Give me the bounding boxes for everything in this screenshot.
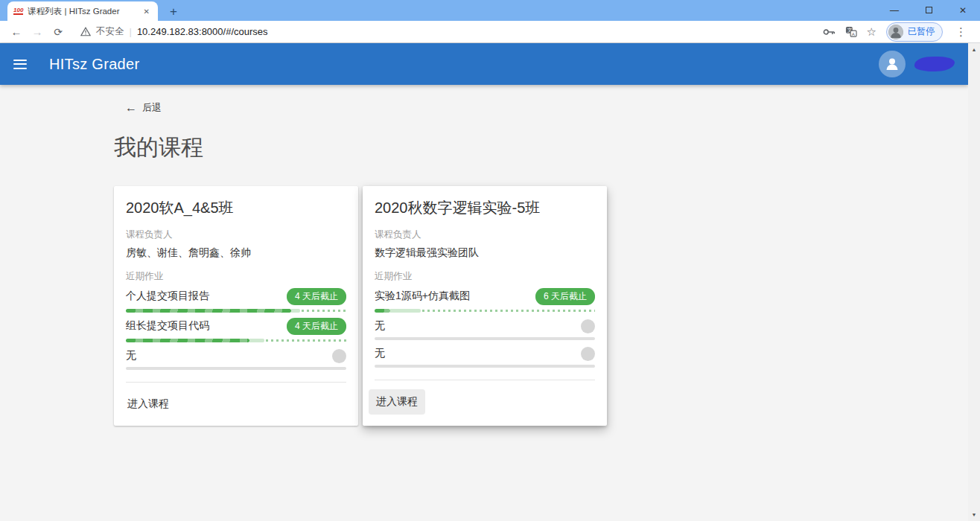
empty-progress-circle-icon xyxy=(581,347,595,361)
address-bar[interactable]: 不安全 | 10.249.182.83:8000/#/courses xyxy=(80,25,823,38)
assignment-name: 无 xyxy=(375,319,385,333)
empty-progress-bar xyxy=(375,365,595,368)
assignment-row-empty: 无 xyxy=(375,316,595,336)
favicon-100-icon: 100 xyxy=(13,7,23,15)
assignment-name: 组长提交项目代码 xyxy=(126,319,209,333)
assignment-progress-bar xyxy=(126,309,346,313)
owner-names: 数字逻辑最强实验团队 xyxy=(375,246,595,260)
username-redaction-scribble xyxy=(914,56,955,72)
assignment-progress-bar xyxy=(375,309,595,313)
course-title: 2020软A_4&5班 xyxy=(126,198,346,218)
owner-label: 课程负责人 xyxy=(126,228,346,241)
enter-course-button[interactable]: 进入课程 xyxy=(120,391,176,417)
back-link[interactable]: ← 后退 xyxy=(125,101,162,115)
window-maximize-button[interactable] xyxy=(911,0,946,20)
recent-assignments-label: 近期作业 xyxy=(375,270,595,283)
security-label: 不安全 xyxy=(96,25,124,38)
window-minimize-button[interactable]: — xyxy=(877,0,911,20)
browser-menu-icon[interactable]: ⋮ xyxy=(952,25,970,39)
browser-tab-strip: 100 课程列表 | HITsz Grader ✕ + — ✕ xyxy=(0,0,980,21)
forward-button[interactable]: → xyxy=(27,26,48,37)
empty-progress-bar xyxy=(375,337,595,340)
recent-assignments-label: 近期作业 xyxy=(126,270,346,283)
assignment-list: 实验1源码+仿真截图 6 天后截止 无 无 xyxy=(375,287,595,368)
scroll-up-arrow[interactable]: ▲ xyxy=(972,43,977,56)
back-arrow-icon: ← xyxy=(125,102,137,114)
assignment-row: 实验1源码+仿真截图 6 天后截止 xyxy=(375,287,595,306)
course-card: 2020软A_4&5班 课程负责人 房敏、谢佳、詹明鑫、徐帅 近期作业 个人提交… xyxy=(114,186,358,426)
maximize-icon xyxy=(926,7,932,13)
assignment-name: 个人提交项目报告 xyxy=(126,290,209,303)
course-title: 2020秋数字逻辑实验-5班 xyxy=(375,198,595,218)
omnibox-separator: | xyxy=(130,26,132,37)
profile-paused-button[interactable]: 已暂停 xyxy=(886,22,943,42)
course-card: 2020秋数字逻辑实验-5班 课程负责人 数字逻辑最强实验团队 近期作业 实验1… xyxy=(363,186,607,426)
back-label: 后退 xyxy=(142,101,162,115)
translate-icon[interactable]: 文A xyxy=(845,26,857,37)
owner-label: 课程负责人 xyxy=(375,228,595,241)
bookmark-star-icon[interactable]: ☆ xyxy=(867,25,876,39)
deadline-badge: 4 天后截止 xyxy=(287,288,346,305)
scroll-down-arrow[interactable]: ▼ xyxy=(972,508,977,521)
account-avatar-icon[interactable] xyxy=(879,51,906,77)
password-key-icon[interactable] xyxy=(823,28,836,36)
courses-page: ← 后退 我的课程 2020软A_4&5班 课程负责人 房敏、谢佳、詹明鑫、徐帅… xyxy=(0,85,968,426)
app-header: HITsz Grader xyxy=(0,43,968,85)
tab-close-icon[interactable]: ✕ xyxy=(141,7,152,16)
profile-avatar xyxy=(888,25,903,39)
assignment-row: 个人提交项目报告 4 天后截止 xyxy=(126,287,346,306)
new-tab-button[interactable]: + xyxy=(170,5,177,18)
window-controls: — ✕ xyxy=(877,0,980,20)
tab-title: 课程列表 | HITsz Grader xyxy=(28,6,136,17)
reload-button[interactable]: ⟳ xyxy=(48,27,69,37)
assignment-progress-bar xyxy=(126,339,346,342)
url-text: 10.249.182.83:8000/#/courses xyxy=(137,26,268,37)
empty-progress-circle-icon xyxy=(332,349,346,363)
app-title: HITsz Grader xyxy=(49,56,139,73)
assignment-row-empty: 无 xyxy=(375,344,595,363)
card-actions: 进入课程 xyxy=(114,383,358,426)
assignment-name: 无 xyxy=(126,349,136,362)
browser-tab[interactable]: 100 课程列表 | HITsz Grader ✕ xyxy=(7,1,158,21)
owner-names: 房敏、谢佳、詹明鑫、徐帅 xyxy=(126,246,346,260)
back-button[interactable]: ← xyxy=(6,26,27,37)
web-content: HITsz Grader ← 后退 我的课程 2020软A_4&5班 课程负责人… xyxy=(0,43,980,521)
empty-progress-circle-icon xyxy=(581,319,595,333)
assignment-row: 组长提交项目代码 4 天后截止 xyxy=(126,316,346,336)
app-header-right xyxy=(879,51,955,77)
enter-course-button[interactable]: 进入课程 xyxy=(369,389,425,415)
profile-paused-label: 已暂停 xyxy=(908,25,935,38)
deadline-badge: 6 天后截止 xyxy=(535,288,595,305)
window-close-button[interactable]: ✕ xyxy=(946,0,980,20)
page-scrollbar[interactable]: ▲ ▼ xyxy=(968,43,980,521)
card-actions: 进入课程 xyxy=(363,380,607,423)
page-title: 我的课程 xyxy=(114,132,968,163)
empty-progress-bar xyxy=(126,367,346,370)
assignment-list: 个人提交项目报告 4 天后截止 组长提交项目代码 4 天后截止 xyxy=(126,287,346,370)
assignment-row-empty: 无 xyxy=(126,346,346,365)
deadline-badge: 4 天后截止 xyxy=(287,318,346,335)
not-secure-warning-icon xyxy=(80,27,91,36)
hamburger-menu-icon[interactable] xyxy=(13,60,27,69)
toolbar-right: 文A ☆ 已暂停 ⋮ xyxy=(823,22,974,42)
course-card-list: 2020软A_4&5班 课程负责人 房敏、谢佳、詹明鑫、徐帅 近期作业 个人提交… xyxy=(114,186,968,426)
assignment-name: 实验1源码+仿真截图 xyxy=(375,290,470,303)
browser-toolbar: ← → ⟳ 不安全 | 10.249.182.83:8000/#/courses… xyxy=(0,21,980,43)
assignment-name: 无 xyxy=(375,347,385,360)
